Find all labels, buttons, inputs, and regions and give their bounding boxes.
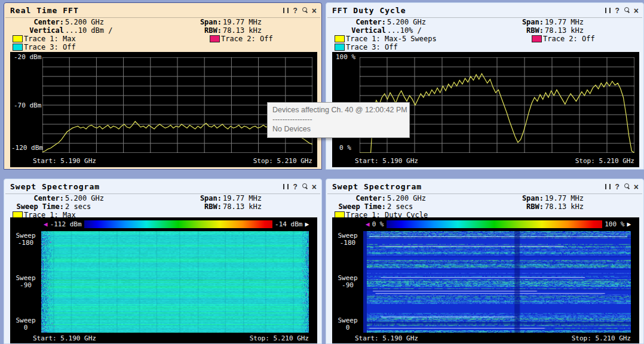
span-value: 19.77 MHz [545, 18, 584, 26]
x-stop-label: Stop: 5.210 GHz [250, 334, 309, 342]
y-axis-bottom-label: -120 dBm [11, 144, 43, 152]
panel-real-time-fft: Real Time FFT ? × Center: 5.200 GHz Span… [4, 2, 322, 170]
help-button[interactable]: ? [615, 7, 619, 14]
rbw-label: RBW: [183, 202, 222, 211]
panel-swept-spectrogram-duty: Swept Spectrogram ? × Center: 5.200 GHz … [326, 179, 644, 344]
spectrogram-canvas[interactable] [41, 231, 309, 333]
zoom-button[interactable] [302, 183, 308, 191]
center-value: 5.200 GHz [387, 194, 426, 202]
zoom-button[interactable] [624, 183, 630, 191]
y-axis-top-label: -20 dBm [14, 53, 41, 61]
center-label: Center: [331, 18, 386, 26]
trace1-label: Trace 1: Max-5 Sweeps [346, 35, 437, 43]
spectrogram-area[interactable]: ◀ -112 dBm -14 dBm ▶ Sweep-180 Sweep-90 … [10, 217, 317, 343]
titlebar: Swept Spectrogram ? × [4, 179, 321, 193]
close-button[interactable]: × [312, 7, 317, 14]
scale-max-label: -14 dBm [275, 220, 302, 228]
rbw-value: 78.13 kHz [545, 26, 584, 35]
scale-min-label: -112 dBm [50, 220, 82, 228]
pause-button[interactable] [283, 183, 289, 191]
trace3-swatch [13, 44, 23, 51]
pause-button[interactable] [605, 7, 611, 14]
help-button[interactable]: ? [615, 183, 619, 191]
center-value: 5.200 GHz [65, 18, 104, 26]
titlebar: FFT Duty Cycle ? × [326, 3, 643, 17]
span-value: 19.77 MHz [545, 194, 584, 202]
zoom-button[interactable] [302, 7, 308, 14]
span-label: Span: [183, 18, 222, 26]
vertical-label: Vertical [9, 26, 64, 35]
panel-title: Real Time FFT [10, 6, 283, 15]
close-icon: × [634, 184, 639, 190]
x-start-label: Start: 5.190 GHz [355, 334, 418, 342]
scale-min-label: 0 % [372, 220, 384, 228]
close-button[interactable]: × [634, 7, 639, 14]
sweep-value: -90 [10, 282, 41, 289]
help-icon: ? [293, 184, 297, 190]
span-label: Span: [505, 18, 544, 26]
sweep-value: -180 [332, 239, 363, 247]
zoom-button[interactable] [624, 7, 630, 14]
magnifier-icon [302, 183, 308, 190]
center-label: Center: [9, 18, 64, 26]
scale-min-arrow-icon[interactable]: ◀ [366, 221, 370, 228]
trace1-swatch [335, 35, 345, 42]
rbw-label: RBW: [505, 26, 544, 35]
trace2-label: Trace 2: Off [543, 35, 595, 43]
color-gradient-bar [387, 220, 603, 228]
vertical-label: Vertical [331, 26, 386, 35]
trace3-swatch [335, 44, 345, 51]
magnifier-icon [624, 183, 630, 190]
help-icon: ? [615, 184, 619, 190]
span-label: Span: [505, 194, 544, 202]
help-icon: ? [293, 8, 297, 14]
close-icon: × [634, 8, 639, 14]
x-stop-label: Stop: 5.210 GHz [572, 334, 631, 342]
center-value: 5.200 GHz [387, 18, 426, 26]
help-button[interactable]: ? [293, 183, 297, 191]
pause-icon [283, 184, 289, 189]
pause-button[interactable] [283, 7, 289, 14]
pause-icon [605, 184, 611, 189]
panel-fft-duty-cycle: FFT Duty Cycle ? × Center: 5.200 GHz Spa… [326, 2, 644, 170]
panel-title: FFT Duty Cycle [332, 6, 605, 15]
sweep-value: 0 [332, 324, 363, 331]
scale-max-arrow-icon[interactable]: ▶ [305, 221, 309, 228]
titlebar: Real Time FFT ? × [4, 3, 321, 17]
tooltip-title: Devices affecting Ch. 40 @ 12:00:42 PM [272, 105, 404, 115]
trace2-swatch [210, 35, 220, 42]
trace2-swatch [532, 35, 542, 42]
close-icon: × [312, 8, 317, 14]
panel-title: Swept Spectrogram [332, 182, 605, 191]
rbw-value: 78.13 kHz [223, 202, 262, 211]
pause-button[interactable] [605, 183, 611, 191]
scale-min-arrow-icon[interactable]: ◀ [44, 221, 48, 228]
sweep-value: -90 [332, 282, 363, 289]
scale-max-arrow-icon[interactable]: ▶ [627, 221, 631, 228]
trace1-label: Trace 1: Max [24, 35, 76, 43]
spectrogram-area[interactable]: ◀ 0 % 100 % ▶ Sweep-180 Sweep-90 Sweep0 … [332, 217, 639, 343]
center-label: Center: [331, 194, 386, 202]
center-value: 5.200 GHz [65, 194, 104, 202]
spectrogram-canvas[interactable] [363, 231, 631, 333]
close-button[interactable]: × [634, 183, 639, 191]
x-stop-label: Stop: 5.210 GHz [253, 157, 312, 165]
center-label: Center: [9, 194, 64, 202]
trace3-label: Trace 3: Off [346, 43, 398, 51]
pause-icon [283, 8, 289, 13]
sweep-time-value: 2 secs [387, 202, 413, 211]
close-button[interactable]: × [312, 183, 317, 191]
rbw-label: RBW: [505, 202, 544, 211]
titlebar: Swept Spectrogram ? × [326, 179, 643, 193]
scale-max-label: 100 % [605, 220, 624, 228]
x-start-label: Start: 5.190 GHz [33, 157, 96, 165]
tooltip-body: No Devices [272, 124, 404, 134]
y-axis-top-label: 100 % [336, 53, 355, 61]
help-button[interactable]: ? [293, 7, 297, 14]
span-value: 19.77 MHz [223, 194, 262, 202]
x-start-label: Start: 5.190 GHz [33, 334, 96, 342]
devices-tooltip: Devices affecting Ch. 40 @ 12:00:42 PM -… [267, 102, 410, 138]
sweep-time-value: 2 secs [65, 202, 91, 211]
rbw-label: RBW: [183, 26, 222, 35]
span-label: Span: [183, 194, 222, 202]
